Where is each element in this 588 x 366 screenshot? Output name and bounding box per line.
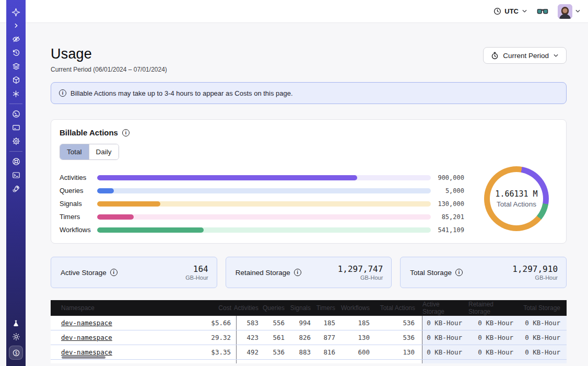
banner-text: Billable Actions may take up to 3-4 hour… — [70, 89, 293, 97]
cell-total-actions: 536 — [376, 330, 422, 345]
total-actions-donut: 1.66131 M Total Actions — [484, 166, 549, 231]
timezone-dropdown[interactable]: UTC — [493, 7, 527, 15]
cell-queries: 561 — [265, 330, 291, 345]
page-title: Usage — [51, 46, 167, 62]
bar-fill — [97, 201, 160, 207]
tab-daily[interactable]: Daily — [89, 144, 119, 159]
timezone-label: UTC — [504, 7, 519, 15]
feedback-glasses-button[interactable] — [537, 8, 548, 15]
asterisk-icon[interactable] — [12, 89, 20, 98]
table-header-row: Namespace Cost Activities Queries Signal… — [51, 300, 567, 316]
bar-value: 541,109 — [431, 226, 464, 234]
bar-row-signals: Signals 130,000 — [60, 197, 464, 210]
bar-label: Queries — [60, 187, 97, 195]
cell-total-actions: 536 — [376, 316, 422, 330]
table-row: dev-namespace $3.35 492 536 883 816 600 … — [51, 345, 567, 360]
settings-gear-icon[interactable] — [12, 137, 20, 145]
storage-card-unit: GB-Hour — [512, 274, 558, 281]
cell-activities: 583 — [237, 316, 265, 330]
col-retained-storage: Retained Storage — [468, 300, 520, 316]
namespace-link[interactable]: dev-namespace — [61, 319, 112, 327]
usage-gauge-icon[interactable] — [12, 110, 20, 118]
glasses-icon — [537, 8, 548, 15]
lab-flask-icon[interactable] — [12, 319, 20, 327]
cell-active-storage: 0 KB-Hour — [422, 316, 468, 330]
period-dropdown-button[interactable]: Current Period — [483, 47, 567, 64]
bar-fill — [97, 227, 204, 233]
info-icon[interactable]: i — [455, 269, 463, 276]
storage-card-value: 1,297,747 — [338, 264, 383, 274]
table-row-partial — [51, 360, 567, 363]
info-icon[interactable]: i — [122, 129, 130, 136]
col-activities: Activities — [237, 300, 265, 316]
cell-total-storage: 0 KB-Hour — [520, 316, 567, 330]
bar-row-queries: Queries 5,000 — [60, 184, 464, 197]
bar-fill — [97, 188, 114, 193]
tab-total[interactable]: Total — [60, 144, 89, 159]
info-icon[interactable]: i — [110, 269, 117, 276]
avatar — [558, 4, 572, 19]
terminal-icon[interactable] — [12, 171, 20, 179]
col-signals: Signals — [291, 300, 317, 316]
topbar: UTC — [0, 0, 588, 23]
storage-card-label: Active Storage — [61, 269, 107, 277]
info-icon[interactable]: i — [294, 269, 301, 276]
table-row: dev-namespace 29.32 423 561 826 877 130 … — [51, 330, 567, 345]
cell-active-storage: 0 KB-Hour — [422, 345, 468, 359]
total-storage-card: Total Storage i 1,297,910 GB-Hour — [400, 257, 567, 288]
expand-chevron-right-icon[interactable] — [12, 21, 20, 30]
namespace-link[interactable]: dev-namespace — [61, 348, 112, 356]
cell-cost: $3.35 — [184, 345, 237, 359]
dollar-coin-icon[interactable]: $ — [9, 346, 23, 360]
layers-icon[interactable] — [12, 62, 20, 71]
storage-card-label: Retained Storage — [236, 269, 290, 277]
eye-icon[interactable] — [12, 35, 20, 43]
billable-actions-card: Billable Actions i Total Daily Activitie… — [51, 119, 567, 244]
clock-icon — [493, 7, 501, 15]
cell-cost: 29.32 — [184, 330, 237, 345]
bar-row-timers: Timers 85,201 — [60, 210, 464, 223]
theme-sun-icon[interactable] — [12, 333, 20, 341]
sidebar-divider — [9, 151, 22, 152]
cell-retained-storage: 0 KB-Hour — [468, 330, 520, 345]
col-total-storage: Total Storage — [520, 300, 567, 316]
billable-bar-chart: Activities 900,000 Queries 5,000 Signals… — [60, 171, 464, 236]
cell-timers: 185 — [317, 316, 342, 330]
horizontal-scrollbar-thumb[interactable] — [62, 356, 105, 359]
namespace-table: Namespace Cost Activities Queries Signal… — [51, 300, 567, 363]
col-total-actions: Total Actions — [376, 300, 422, 316]
retained-storage-card: Retained Storage i 1,297,747 GB-Hour — [226, 257, 392, 288]
bar-value: 5,000 — [431, 187, 464, 195]
history-clock-icon[interactable] — [12, 49, 20, 57]
rocket-icon[interactable] — [12, 185, 20, 193]
info-icon: i — [59, 89, 66, 97]
svg-text:$: $ — [15, 351, 17, 356]
bar-value: 130,000 — [431, 200, 464, 208]
temporal-logo-icon[interactable] — [12, 8, 20, 16]
billing-card-icon[interactable] — [12, 123, 20, 132]
cube-icon[interactable] — [12, 76, 20, 84]
sidebar-divider — [9, 104, 22, 104]
bar-row-workflows: Workflows 541,109 — [60, 223, 464, 236]
storage-card-value: 1,297,910 — [512, 264, 558, 274]
stopwatch-icon — [491, 52, 499, 60]
cell-workflows: 130 — [342, 330, 376, 345]
page-subtitle: Current Period (06/01/2024 – 07/01/2024) — [51, 66, 167, 73]
user-menu[interactable] — [558, 4, 581, 19]
chevron-down-icon — [522, 8, 527, 14]
donut-center-label: Total Actions — [497, 200, 536, 208]
cell-active-storage: 0 KB-Hour — [422, 330, 468, 345]
namespace-link[interactable]: dev-namespace — [61, 334, 112, 341]
donut-center-value: 1.66131 M — [495, 189, 537, 199]
bar-label: Signals — [60, 200, 97, 208]
storage-cards: Active Storage i 164 GB-Hour Retained St… — [51, 257, 567, 288]
col-namespace: Namespace — [51, 300, 184, 316]
storage-card-label: Total Storage — [410, 269, 452, 277]
bar-value: 85,201 — [431, 213, 464, 221]
billable-view-tabs: Total Daily — [60, 144, 119, 160]
col-cost: Cost — [184, 300, 237, 316]
support-lifebuoy-icon[interactable] — [12, 157, 20, 166]
col-queries: Queries — [265, 300, 291, 316]
bar-track — [97, 201, 431, 207]
cell-activities: 492 — [237, 345, 265, 359]
